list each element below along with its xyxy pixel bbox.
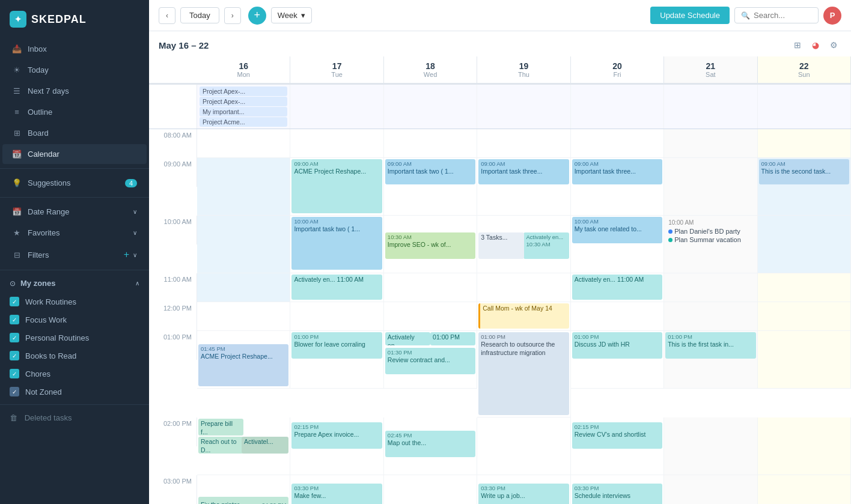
cell-wed-3pm[interactable] [384,475,477,504]
cell-thu-9am[interactable]: 09:00 AM Important task three... [477,158,570,216]
cell-wed-8am[interactable] [384,129,477,158]
event-wed-1pm-right[interactable]: 01:00 PM [430,332,475,345]
cell-tue-12pm[interactable] [290,302,383,331]
event-tue-215[interactable]: 02:15 PM Prepare Apex invoice... [291,422,382,449]
event-wed-130[interactable]: 01:30 PM Review contract and... [385,348,475,374]
event-fri-1pm[interactable]: 01:00 PM Discuss JD with HR [572,332,662,359]
cell-wed-10am[interactable]: 10:30 AM Improve SEO - wk of... [384,216,477,273]
cell-wed-9am[interactable]: 09:00 AM Important task two ( 1... [384,158,477,216]
zone-work-routines[interactable]: ✓ Work Routines [0,293,149,311]
event-wed-1030[interactable]: 10:30 AM Improve SEO - wk of... [385,232,475,259]
today-button[interactable]: Today [180,7,219,23]
nav-board[interactable]: ⊞ Board [2,123,147,143]
event-fri-215[interactable]: 02:15 PM Review CV's and shortlist [572,422,662,449]
add-task-button[interactable]: + [248,7,266,25]
prev-week-button[interactable]: ‹ [159,7,175,24]
cell-sat-2pm[interactable] [664,417,757,475]
date-range-item[interactable]: 📅 Date Range ∨ [2,202,147,222]
cell-tue-2pm[interactable]: 02:15 PM Prepare Apex invoice... [290,417,383,475]
zone-books-to-read-checkbox[interactable]: ✓ [10,351,19,360]
cell-fri-9am[interactable]: 09:00 AM Important task three... [571,158,664,216]
cell-fri-2pm[interactable]: 02:15 PM Review CV's and shortlist [571,417,664,475]
cell-fri-12pm[interactable] [571,302,664,331]
cell-thu-8am[interactable] [477,129,570,158]
zone-not-zoned[interactable]: ✓ Not Zoned [0,383,149,401]
event-fri-11am[interactable]: Activately en... 11:00 AM [572,275,662,300]
cell-sun-1pm[interactable] [758,331,851,389]
nav-next7[interactable]: ☰ Next 7 days [2,81,147,101]
settings-view-button[interactable]: ⚙ [826,37,841,53]
event-tue-9am[interactable]: 09:00 AM ACME Project Reshape... [291,159,382,213]
cell-tue-8am[interactable] [290,129,383,158]
chart-view-button[interactable]: ◕ [808,37,823,53]
cell-sat-12pm[interactable] [664,302,757,331]
cell-tue-10am[interactable]: 10:00 AM Important task two ( 1... [290,216,383,273]
cell-tue-3pm[interactable]: 03:30 PM Make few... [290,475,383,504]
allday-event[interactable]: My important... [200,107,287,117]
cell-fri-1pm[interactable]: 01:00 PM Discuss JD with HR [571,331,664,389]
cell-thu-2pm[interactable] [477,417,570,475]
cell-wed-12pm[interactable] [384,302,477,331]
cell-mon-10am[interactable] [197,216,290,273]
event-wed-1pm[interactable]: Activately en... [385,332,430,345]
nav-inbox[interactable]: 📥 Inbox [2,39,147,59]
cell-wed-11am[interactable] [384,273,477,302]
event-tue-10am[interactable]: 10:00 AM Important task two ( 1... [291,217,382,270]
cell-thu-12pm[interactable]: Call Mom - wk of May 14 [477,302,570,331]
event-tue-330[interactable]: 03:30 PM Make few... [291,484,382,504]
cell-sun-12pm[interactable] [758,302,851,331]
event-mon-145pm[interactable]: 01:45 PM ACME Project Reshape... [198,344,288,386]
event-mon-fix[interactable]: Fix the printer 04:30 PM [198,497,288,504]
nav-outline[interactable]: ≡ Outline [2,102,147,122]
event-wed-245[interactable]: 02:45 PM Map out the... [385,431,475,457]
event-mon-activatel[interactable]: Activatel... [242,437,288,454]
cell-sun-10am[interactable] [758,216,851,273]
cell-fri-8am[interactable] [571,129,664,158]
my-zones-header[interactable]: ⊙ My zones ∧ [0,274,149,293]
cell-wed-2pm[interactable]: 02:45 PM Map out the... [384,417,477,475]
cell-fri-11am[interactable]: Activately en... 11:00 AM [571,273,664,302]
zone-personal-routines[interactable]: ✓ Personal Routines [0,329,149,347]
suggestions-item[interactable]: 💡 Suggestions 4 [2,173,147,193]
event-wed-9am[interactable]: 09:00 AM Important task two ( 1... [385,159,475,184]
zone-not-zoned-checkbox[interactable]: ✓ [10,387,19,396]
deleted-tasks-item[interactable]: 🗑 Deleted tasks [0,408,149,427]
event-thu-330[interactable]: 03:30 PM Write up a job... [478,484,569,504]
cell-mon-12pm[interactable] [197,302,290,331]
event-sat-1pm[interactable]: 01:00 PM This is the first task in... [665,332,755,359]
cell-tue-11am[interactable]: Activately en... 11:00 AM [290,273,383,302]
event-thu-1030[interactable]: Activately en... 10:30 AM [523,232,569,259]
zone-chores[interactable]: ✓ Chores [0,365,149,383]
cell-mon-11am[interactable] [197,273,290,302]
event-sun-9am[interactable]: 09:00 AM This is the second task... [759,159,849,184]
cell-sun-9am[interactable]: 09:00 AM This is the second task... [758,158,851,216]
event-thu-callmom[interactable]: Call Mom - wk of May 14 [478,303,569,329]
cell-tue-9am[interactable]: 09:00 AM ACME Project Reshape... [290,158,383,216]
filters-add-icon[interactable]: + [124,249,129,260]
avatar[interactable]: P [823,7,841,25]
allday-event[interactable]: Project Apex-... [200,87,287,96]
zone-focus-work[interactable]: ✓ Focus Work [0,311,149,329]
filters-item[interactable]: ⊟ Filters + ∨ [2,244,147,266]
cell-sun-3pm[interactable] [758,475,851,504]
search-input[interactable] [754,11,812,20]
zone-work-routines-checkbox[interactable]: ✓ [10,297,19,306]
favorites-item[interactable]: ★ Favorites ∨ [2,223,147,243]
event-mon-prepare[interactable]: Prepare bill f... [198,419,243,436]
cell-sat-1pm[interactable]: 01:00 PM This is the first task in... [664,331,757,389]
cell-mon-1pm[interactable]: 01:45 PM ACME Project Reshape... [197,331,290,389]
columns-view-button[interactable]: ⊞ [790,37,805,53]
event-tue-11am[interactable]: Activately en... 11:00 AM [291,275,382,300]
event-fri-10am[interactable]: 10:00 AM My task one related to... [572,217,662,243]
event-tue-1pm[interactable]: 01:00 PM Blower for leave corraling [291,332,382,359]
nav-today[interactable]: ☀ Today [2,60,147,80]
week-selector[interactable]: Week ▾ [271,7,312,23]
cell-sat-10am[interactable]: 10:00 AM Plan Daniel's BD party Plan Sum… [664,216,757,273]
event-thu-tasks[interactable]: 3 Tasks... [478,232,523,259]
cell-sun-8am[interactable] [758,129,851,158]
zone-focus-work-checkbox[interactable]: ✓ [10,315,19,324]
zone-books-to-read[interactable]: ✓ Books to Read [0,347,149,365]
event-fri-9am[interactable]: 09:00 AM Important task three... [572,159,662,184]
nav-calendar[interactable]: 📆 Calendar [2,144,147,164]
update-schedule-button[interactable]: Update Schedule [650,7,730,24]
